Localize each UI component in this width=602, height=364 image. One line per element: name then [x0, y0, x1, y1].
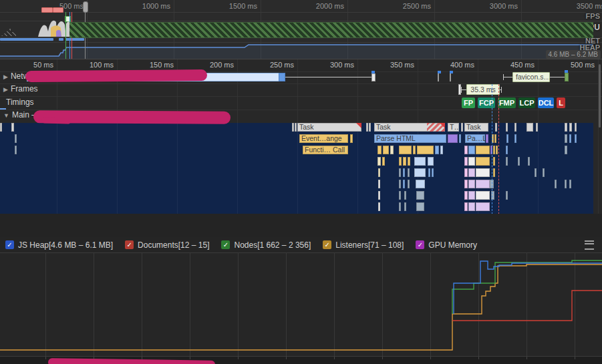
expander-arrow-icon[interactable]: ▶	[3, 73, 8, 80]
flame-event-task[interactable]: Task	[297, 123, 361, 132]
flame-event[interactable]	[476, 202, 490, 211]
flame-event[interactable]	[506, 123, 508, 132]
flame-event[interactable]	[414, 157, 426, 166]
flame-event[interactable]	[0, 123, 2, 132]
flame-event[interactable]	[506, 134, 508, 143]
flame-event[interactable]	[464, 191, 468, 200]
flame-event[interactable]	[575, 134, 577, 143]
flame-event[interactable]	[399, 157, 402, 166]
flame-event[interactable]	[496, 146, 498, 154]
flame-event[interactable]	[476, 157, 490, 166]
flame-event[interactable]	[408, 157, 410, 166]
flame-event[interactable]	[526, 123, 533, 132]
flame-event[interactable]	[543, 168, 545, 177]
overview-window-handle[interactable]	[83, 1, 88, 13]
flame-event[interactable]	[448, 134, 458, 143]
flame-event[interactable]	[417, 146, 434, 154]
flame-event[interactable]	[432, 168, 434, 177]
flame-event[interactable]	[476, 146, 490, 154]
timing-badge-fcp[interactable]: FCP	[478, 98, 495, 108]
flame-event[interactable]	[378, 202, 380, 211]
network-request-bar[interactable]	[450, 73, 451, 81]
flame-event[interactable]	[565, 146, 567, 154]
flame-event[interactable]	[494, 134, 496, 143]
network-request-bar[interactable]	[565, 73, 569, 81]
flame-event[interactable]	[399, 146, 412, 154]
timeline-overview[interactable]: 500 ms1000 ms1500 ms2000 ms2500 ms3000 m…	[0, 0, 602, 59]
flame-event[interactable]	[514, 134, 516, 143]
flame-event[interactable]	[459, 134, 461, 143]
flame-event[interactable]	[476, 168, 490, 177]
flame-event[interactable]	[486, 134, 488, 143]
flame-event[interactable]	[493, 157, 495, 166]
flame-event[interactable]	[403, 157, 406, 166]
flame-event[interactable]	[15, 134, 17, 143]
flame-event[interactable]	[403, 168, 405, 177]
timeline-tracks-pane[interactable]: 50 ms100 ms150 ms200 ms250 ms300 ms350 m…	[0, 59, 602, 214]
flame-event[interactable]	[378, 180, 380, 188]
flame-event[interactable]	[404, 191, 406, 200]
expander-arrow-icon[interactable]: ▼	[3, 112, 9, 119]
network-request-download[interactable]	[279, 73, 285, 81]
flame-event[interactable]	[495, 123, 497, 132]
legend-checkbox[interactable]: ✓	[323, 240, 331, 249]
flame-event[interactable]	[506, 157, 508, 166]
flame-event[interactable]	[350, 134, 353, 143]
flame-event[interactable]	[464, 168, 468, 177]
timing-badge-l[interactable]: L	[557, 98, 565, 108]
frame-duration-chip[interactable]: 35.3 ms	[466, 84, 500, 95]
flame-event[interactable]	[528, 157, 530, 166]
network-request-bar[interactable]	[371, 73, 375, 81]
legend-menu-icon[interactable]	[585, 240, 594, 250]
flame-event[interactable]	[493, 146, 495, 154]
legend-checkbox[interactable]: ✓	[221, 240, 230, 249]
flame-event[interactable]	[468, 191, 475, 200]
flame-event[interactable]	[399, 180, 401, 188]
flame-event[interactable]	[464, 146, 468, 154]
flame-event[interactable]	[476, 191, 490, 200]
pane-splitter[interactable]	[0, 214, 602, 238]
flame-event[interactable]	[399, 191, 401, 200]
favicon-request-label[interactable]: favicon.s…	[512, 72, 550, 82]
flame-event-task[interactable]: Task	[374, 123, 445, 132]
flame-event[interactable]	[369, 123, 371, 132]
flame-event[interactable]	[416, 202, 424, 211]
flame-event[interactable]	[569, 123, 572, 132]
flame-event[interactable]	[514, 123, 516, 132]
flame-event[interactable]	[378, 168, 380, 177]
flame-event-functi-call[interactable]: Functi… Call	[303, 146, 348, 154]
flame-event[interactable]	[464, 180, 468, 188]
flame-event[interactable]	[413, 146, 416, 154]
flame-event[interactable]	[378, 146, 382, 154]
flame-event[interactable]	[378, 157, 381, 166]
flame-event[interactable]	[565, 123, 567, 132]
flame-event[interactable]	[383, 146, 389, 154]
flame-event[interactable]	[390, 146, 394, 154]
flame-event[interactable]	[416, 180, 425, 188]
legend-checkbox[interactable]: ✓	[125, 240, 134, 249]
flame-event[interactable]	[414, 168, 426, 177]
flame-event[interactable]	[468, 202, 475, 211]
flame-event[interactable]	[378, 191, 380, 200]
timing-badge-dcl[interactable]: DCL	[538, 98, 554, 108]
flame-event[interactable]	[464, 157, 468, 166]
flame-event[interactable]	[555, 180, 557, 188]
flame-event[interactable]	[428, 168, 430, 177]
network-request-bar[interactable]	[438, 73, 439, 81]
flame-event[interactable]	[428, 157, 434, 166]
flame-event[interactable]	[535, 168, 537, 177]
flame-event[interactable]	[15, 146, 17, 154]
flame-event[interactable]	[408, 180, 410, 188]
flame-event[interactable]	[403, 180, 405, 188]
flame-event[interactable]	[408, 168, 410, 177]
flame-event[interactable]	[565, 180, 567, 188]
flame-event[interactable]	[565, 134, 567, 143]
flame-event[interactable]	[404, 202, 406, 211]
flame-event[interactable]	[461, 123, 463, 132]
flame-event[interactable]	[464, 202, 468, 211]
flame-event-task[interactable]: Task	[464, 123, 488, 132]
flame-event[interactable]	[506, 191, 508, 200]
flame-event[interactable]	[493, 168, 495, 177]
flame-event[interactable]	[399, 202, 401, 211]
flame-event-pa-l[interactable]: Pa…L	[465, 134, 485, 143]
